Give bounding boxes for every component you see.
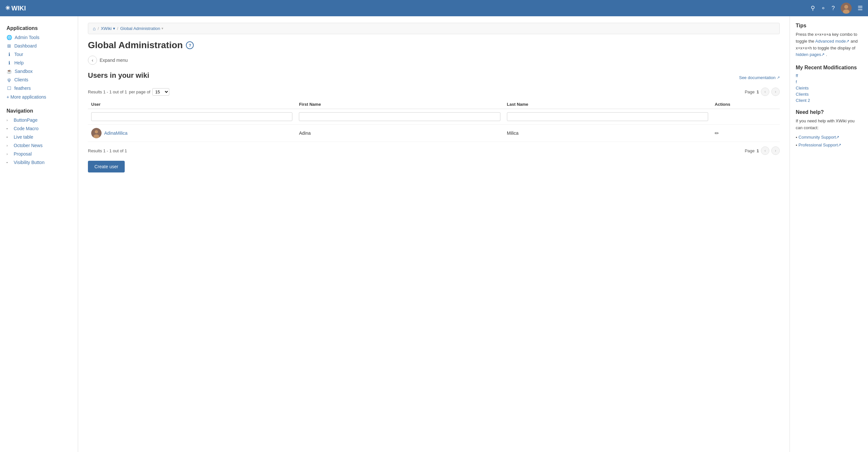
lastname-filter-input[interactable] xyxy=(507,112,708,121)
expand-menu-button[interactable]: ‹ xyxy=(88,56,97,65)
breadcrumb-current[interactable]: Global Administration xyxy=(120,26,160,31)
community-support-link[interactable]: • Community Support↗ xyxy=(796,134,862,141)
table-filter-row xyxy=(88,109,780,125)
prev-page-button-bottom[interactable]: ‹ xyxy=(761,147,769,155)
logo-text: WIKI xyxy=(11,5,26,12)
username-link[interactable]: AdinaMilica xyxy=(104,130,128,136)
sidebar-item-feathers[interactable]: ☐ feathers xyxy=(0,84,78,92)
navigation-section-title: Navigation xyxy=(0,105,78,116)
logo[interactable]: ✳ WIKI xyxy=(5,5,26,12)
sidebar-item-button-page[interactable]: › ButtonPage xyxy=(0,116,78,124)
sidebar-nav-label: Visibility Button xyxy=(14,160,44,165)
see-documentation-link[interactable]: See documentation ↗ xyxy=(739,75,780,80)
external-link-icon: ↗ xyxy=(777,75,780,80)
sidebar-nav-label: Proposal xyxy=(14,151,32,157)
tips-text: Press the x+x+x+a key combo to toggle th… xyxy=(796,31,862,58)
modification-link-f[interactable]: f xyxy=(796,79,862,84)
page-title: Global Administration xyxy=(88,40,183,51)
modifications-section: My Recent Modifications ff f Cleints Cli… xyxy=(796,65,862,103)
page-navigation-top: Page 1 ‹ › xyxy=(745,88,780,96)
advanced-mode-link[interactable]: Advanced mode↗ xyxy=(815,39,849,43)
expand-menu-row: ‹ Expand menu xyxy=(88,56,780,65)
sidebar-item-sandbox[interactable]: ☕ Sandbox xyxy=(0,67,78,75)
next-page-button-bottom[interactable]: › xyxy=(771,147,780,155)
search-icon[interactable]: ⚲ xyxy=(811,5,815,12)
create-user-button[interactable]: Create user xyxy=(88,161,125,172)
right-panel: Tips Press the x+x+x+a key combo to togg… xyxy=(790,16,868,452)
svg-point-4 xyxy=(95,130,98,133)
per-page-select[interactable]: 15 25 50 100 xyxy=(152,88,169,96)
filter-cell-firstname xyxy=(296,109,503,125)
breadcrumb-dropdown-icon[interactable]: ▾ xyxy=(161,26,163,31)
page-help-button[interactable]: ? xyxy=(186,41,194,49)
lastname-cell: Milica xyxy=(504,125,711,142)
help-icon[interactable]: ? xyxy=(832,5,835,12)
sidebar-item-proposal[interactable]: › Proposal xyxy=(0,150,78,158)
sidebar-item-code-macro[interactable]: • Code Macro xyxy=(0,124,78,133)
bullet-icon: • xyxy=(6,127,11,130)
filter-cell-user xyxy=(88,109,296,125)
page-number: 1 xyxy=(757,149,759,153)
modification-link-client2[interactable]: Client 2 xyxy=(796,98,862,103)
sidebar-item-help[interactable]: ℹ Help xyxy=(0,59,78,67)
sandbox-icon: ☕ xyxy=(6,69,12,74)
tips-title: Tips xyxy=(796,23,862,29)
dashboard-icon: ⊞ xyxy=(6,43,12,49)
professional-support-link[interactable]: • Professional Support↗ xyxy=(796,142,862,149)
svg-point-5 xyxy=(93,134,99,138)
clients-icon: ψ xyxy=(6,77,12,82)
sidebar-item-october-news[interactable]: › October News xyxy=(0,141,78,150)
top-navigation: ✳ WIKI ⚲ ⚬ ? ☰ xyxy=(0,0,868,16)
bullet-icon: • xyxy=(796,134,797,141)
user-cell: AdinaMilica xyxy=(88,125,296,142)
sidebar-item-label: Clients xyxy=(14,77,28,82)
sidebar-nav-label: Code Macro xyxy=(14,126,38,131)
chevron-right-icon: › xyxy=(6,152,11,156)
breadcrumb-xwiki[interactable]: XWiki ▾ xyxy=(101,26,115,31)
page-label: Page xyxy=(745,90,754,94)
col-header-firstname: First Name xyxy=(296,100,503,109)
edit-icon[interactable]: ✏ xyxy=(715,130,719,136)
breadcrumb-sep: / xyxy=(117,26,119,31)
table-row: AdinaMilica Adina Milica ✏ xyxy=(88,125,780,142)
next-page-button[interactable]: › xyxy=(771,88,780,96)
sidebar-nav-label: Live table xyxy=(14,134,33,139)
info-circle-icon: ℹ xyxy=(6,52,12,57)
avatar xyxy=(91,128,101,138)
globe-icon: 🌐 xyxy=(6,35,12,40)
sidebar: Applications 🌐 Admin Tools ⊞ Dashboard ℹ… xyxy=(0,16,78,452)
firstname-filter-input[interactable] xyxy=(299,112,500,121)
prev-page-button[interactable]: ‹ xyxy=(761,88,769,96)
sidebar-item-admin-tools[interactable]: 🌐 Admin Tools xyxy=(0,33,78,42)
user-filter-input[interactable] xyxy=(91,112,292,121)
breadcrumb-sep: / xyxy=(98,26,99,31)
sidebar-item-visibility-button[interactable]: • Visibility Button xyxy=(0,158,78,167)
modification-link-cleints[interactable]: Cleints xyxy=(796,86,862,91)
sidebar-divider xyxy=(0,101,78,105)
professional-support-label: Professional Support↗ xyxy=(799,142,842,149)
sidebar-item-label: Sandbox xyxy=(14,69,33,74)
bell-icon[interactable]: ⚬ xyxy=(821,5,826,12)
user-avatar[interactable] xyxy=(841,3,852,14)
home-icon[interactable]: ⌂ xyxy=(93,26,96,31)
results-text: Results 1 - 1 out of 1 xyxy=(88,90,127,94)
sidebar-item-label: feathers xyxy=(14,86,31,91)
expand-menu-label: Expand menu xyxy=(100,58,128,63)
col-header-user: User xyxy=(88,100,296,109)
sidebar-item-dashboard[interactable]: ⊞ Dashboard xyxy=(0,42,78,50)
results-top-row: Results 1 - 1 out of 1 per page of 15 25… xyxy=(88,88,780,96)
col-header-lastname: Last Name xyxy=(504,100,711,109)
modification-link-clients[interactable]: Clients xyxy=(796,92,862,97)
need-help-text: If you need help with XWiki you can cont… xyxy=(796,118,862,131)
modification-link-ff[interactable]: ff xyxy=(796,73,862,78)
community-support-label: Community Support↗ xyxy=(799,134,840,140)
hamburger-menu-icon[interactable]: ☰ xyxy=(858,5,863,12)
hidden-pages-link[interactable]: hidden pages↗ xyxy=(796,52,825,57)
sidebar-item-clients[interactable]: ψ Clients xyxy=(0,75,78,84)
sidebar-item-live-table[interactable]: • Live table xyxy=(0,133,78,141)
results-bottom-row: Results 1 - 1 out of 1 Page 1 ‹ › xyxy=(88,147,780,155)
chevron-right-icon: › xyxy=(6,143,11,148)
more-applications-button[interactable]: + More applications xyxy=(0,92,78,101)
sidebar-item-tour[interactable]: ℹ Tour xyxy=(0,50,78,59)
section-title: Users in your wiki xyxy=(88,71,149,80)
